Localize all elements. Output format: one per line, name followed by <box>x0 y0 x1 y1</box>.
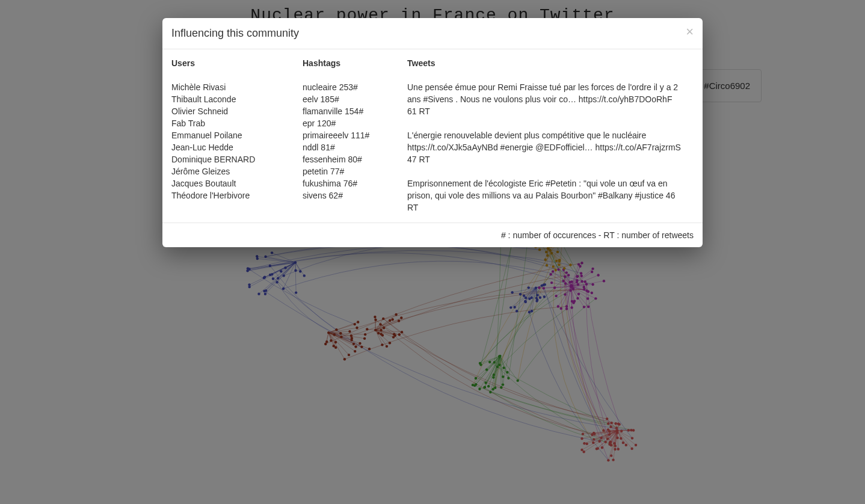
hashtags-list: nucleaire 253#eelv 185#flamanville 154#e… <box>303 81 395 201</box>
user-item: Thibault Laconde <box>171 93 291 105</box>
users-header: Users <box>171 58 291 68</box>
modal-title: Influencing this community <box>171 27 694 40</box>
modal-footer: # : number of occurences - RT : number o… <box>162 223 703 247</box>
hashtag-item: primaireeelv 111# <box>303 129 395 141</box>
user-item: Emmanuel Poilane <box>171 129 291 141</box>
tweets-list: Une pensée émue pour Remi Fraisse tué pa… <box>407 81 682 214</box>
hashtag-item: fukushima 76# <box>303 177 395 189</box>
tweet-item: Emprisonnement de l'écologiste Eric #Pet… <box>407 177 682 214</box>
user-item: Jérôme Gleizes <box>171 165 291 177</box>
user-item: Dominique BERNARD <box>171 153 291 165</box>
hashtag-item: nddl 81# <box>303 141 395 153</box>
community-modal: Influencing this community × Users Michè… <box>162 18 703 247</box>
user-item: Théodore l'Herbivore <box>171 189 291 201</box>
hashtag-item: nucleaire 253# <box>303 81 395 93</box>
hashtag-item: petetin 77# <box>303 165 395 177</box>
users-column: Users Michèle RivasiThibault LacondeOliv… <box>171 58 303 214</box>
hashtag-item: fessenheim 80# <box>303 153 395 165</box>
user-item: Jean-Luc Hedde <box>171 141 291 153</box>
user-item: Olivier Schneid <box>171 105 291 117</box>
tweets-header: Tweets <box>407 58 682 68</box>
hashtags-header: Hashtags <box>303 58 395 68</box>
tweets-column: Tweets Une pensée émue pour Remi Fraisse… <box>407 58 694 214</box>
user-item: Fab Trab <box>171 117 291 129</box>
users-list: Michèle RivasiThibault LacondeOlivier Sc… <box>171 81 291 201</box>
tweet-item: L'énergie renouvelable devient plus comp… <box>407 129 682 165</box>
modal-body: Users Michèle RivasiThibault LacondeOliv… <box>162 49 703 223</box>
hashtag-item: flamanville 154# <box>303 105 395 117</box>
modal-header: Influencing this community × <box>162 18 703 49</box>
user-item: Michèle Rivasi <box>171 81 291 93</box>
close-icon[interactable]: × <box>686 25 694 38</box>
hashtag-item: epr 120# <box>303 117 395 129</box>
user-item: Jacques Boutault <box>171 177 291 189</box>
tweet-item: Une pensée émue pour Remi Fraisse tué pa… <box>407 81 682 117</box>
hashtag-item: eelv 185# <box>303 93 395 105</box>
hashtags-column: Hashtags nucleaire 253#eelv 185#flamanvi… <box>303 58 407 214</box>
hashtag-item: sivens 62# <box>303 189 395 201</box>
